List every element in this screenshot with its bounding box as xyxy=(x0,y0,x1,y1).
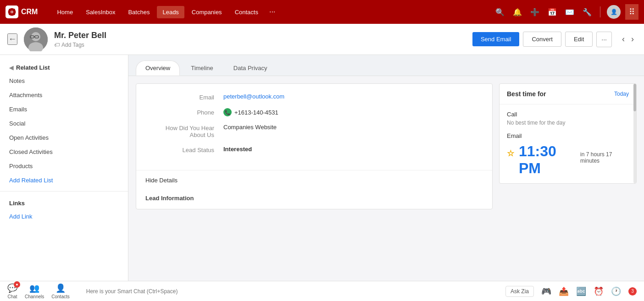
panel-title: Best time for xyxy=(507,90,546,98)
nav-right-tools: 🔍 🔔 ➕ 📅 ✉️ 🔧 👤 ⠿ xyxy=(494,4,638,20)
record-header: ← Mr. Peter Bell 🏷 Add Tags Send Email C… xyxy=(0,24,644,55)
contact-name: Mr. Peter Bell xyxy=(54,31,472,40)
email-section: Email ☆ 11:30 PM in 7 hours 17 minutes xyxy=(507,132,629,177)
smart-chat-input[interactable] xyxy=(86,288,489,295)
bottom-contacts[interactable]: 👤 Contacts xyxy=(51,283,69,299)
bottom-channels[interactable]: 👥 Channels xyxy=(25,283,44,299)
sidebar-item-attachments[interactable]: Attachments xyxy=(0,88,128,102)
sidebar-collapse-icon[interactable]: ◀ xyxy=(9,65,13,71)
sidebar-item-notes[interactable]: Notes xyxy=(0,74,128,88)
tools-icon[interactable]: 🔧 xyxy=(581,6,594,18)
notification-count-badge: 3 xyxy=(628,287,637,296)
tab-timeline[interactable]: Timeline xyxy=(182,61,222,75)
app-name: CRM xyxy=(21,8,38,16)
bell-icon[interactable]: 🔔 xyxy=(511,6,524,18)
nav-more[interactable]: ··· xyxy=(266,5,279,19)
sidebar-item-emails[interactable]: Emails xyxy=(0,102,128,116)
grid-menu-button[interactable]: ⠿ xyxy=(625,4,638,20)
hide-details-bar[interactable]: Hide Details xyxy=(136,170,492,190)
user-avatar[interactable]: 👤 xyxy=(607,5,621,19)
call-sub-text: No best time for the day xyxy=(507,120,629,126)
sidebar-item-products[interactable]: Products xyxy=(0,159,128,173)
email-value[interactable]: peterbell@outlook.com xyxy=(223,93,284,100)
how-heard-label: How Did You Hear About Us xyxy=(150,125,223,138)
convert-button[interactable]: Convert xyxy=(523,32,561,47)
how-heard-field-row: How Did You Hear About Us Companies Webs… xyxy=(150,124,478,138)
nav-contacts[interactable]: Contacts xyxy=(229,6,264,18)
sidebar: ◀ Related List Notes Attachments Emails … xyxy=(0,55,128,301)
phone-value: 📞 +1613-140-4531 xyxy=(223,108,278,116)
content-area: Overview Timeline Data Privacy Email pet… xyxy=(128,55,644,301)
lead-status-value: Interested xyxy=(223,146,252,153)
nav-leads[interactable]: Leads xyxy=(157,6,184,18)
call-section: Call No best time for the day xyxy=(507,111,629,126)
sidebar-item-open-activities[interactable]: Open Activities xyxy=(0,131,128,145)
lead-status-label: Lead Status xyxy=(150,147,223,153)
phone-field-row: Phone 📞 +1613-140-4531 xyxy=(150,108,478,116)
tab-overview[interactable]: Overview xyxy=(136,60,180,76)
back-button[interactable]: ← xyxy=(7,33,17,45)
clock-icon[interactable]: ⏰ xyxy=(594,286,604,296)
next-record-button[interactable]: › xyxy=(628,33,637,45)
content-panels: Email peterbell@outlook.com Phone 📞 +161… xyxy=(128,76,644,217)
chat-icon: 💬 ● xyxy=(7,283,17,293)
svg-point-1 xyxy=(31,32,40,41)
star-icon: ☆ xyxy=(507,148,514,159)
bottom-chat[interactable]: 💬 ● Chat xyxy=(7,283,17,299)
calendar-icon[interactable]: 📅 xyxy=(546,6,559,18)
lead-info-title: Lead Information xyxy=(136,190,492,209)
ask-zia-button[interactable]: Ask Zia xyxy=(505,286,534,297)
channels-icon: 👥 xyxy=(29,283,39,293)
tab-data-privacy[interactable]: Data Privacy xyxy=(224,61,277,75)
send-email-button[interactable]: Send Email xyxy=(472,32,519,46)
search-icon[interactable]: 🔍 xyxy=(494,6,506,18)
logo-area: CRM xyxy=(6,5,45,18)
gamepad-icon[interactable]: 🎮 xyxy=(541,286,551,296)
panel-content: Call No best time for the day Email ☆ 11… xyxy=(500,104,636,183)
email-field-row: Email peterbell@outlook.com xyxy=(150,93,478,101)
today-link[interactable]: Today xyxy=(614,91,629,97)
nav-companies[interactable]: Companies xyxy=(186,6,228,18)
scrollbar-thumb[interactable] xyxy=(633,84,636,111)
best-time-panel: Best time for Today Call No best time fo… xyxy=(499,83,637,184)
sidebar-links-section-title: Links xyxy=(0,195,128,209)
bottom-bar: 💬 ● Chat 👥 Channels 👤 Contacts Ask Zia 🎮… xyxy=(0,281,644,301)
tag-icon: 🏷 xyxy=(54,42,60,48)
nav-divider xyxy=(600,6,600,17)
phone-icon: 📞 xyxy=(223,108,232,116)
upload-icon[interactable]: 📤 xyxy=(559,286,569,296)
contact-fields: Email peterbell@outlook.com Phone 📞 +161… xyxy=(136,84,492,170)
crm-logo-icon xyxy=(6,5,18,18)
add-tags-button[interactable]: 🏷 Add Tags xyxy=(54,42,472,48)
lead-status-field-row: Lead Status Interested xyxy=(150,146,478,153)
record-nav-arrows: ‹ › xyxy=(619,33,637,45)
sidebar-add-link[interactable]: Add Link xyxy=(0,209,128,224)
plus-icon[interactable]: ➕ xyxy=(528,6,541,18)
top-navigation: CRM Home SalesInbox Batches Leads Compan… xyxy=(0,0,644,24)
phone-label: Phone xyxy=(150,109,223,116)
edit-button[interactable]: Edit xyxy=(565,32,593,47)
nav-salesinbox[interactable]: SalesInbox xyxy=(80,6,121,18)
translate-icon[interactable]: 🔤 xyxy=(576,286,586,296)
mail-icon[interactable]: ✉️ xyxy=(563,6,576,18)
scrollbar-track xyxy=(633,84,636,183)
nav-batches[interactable]: Batches xyxy=(122,6,155,18)
main-info-card: Email peterbell@outlook.com Phone 📞 +161… xyxy=(136,83,493,209)
best-time-suffix: in 7 hours 17 minutes xyxy=(580,151,629,164)
main-layout: ◀ Related List Notes Attachments Emails … xyxy=(0,55,644,301)
chat-badge: ● xyxy=(14,281,20,288)
more-options-button[interactable]: ··· xyxy=(596,32,612,47)
nav-home[interactable]: Home xyxy=(51,6,78,18)
email-label: Email xyxy=(150,94,223,101)
contact-info-block: Mr. Peter Bell 🏷 Add Tags xyxy=(54,31,472,48)
sidebar-item-add-related-list[interactable]: Add Related List xyxy=(0,173,128,187)
sidebar-item-social[interactable]: Social xyxy=(0,116,128,131)
header-action-buttons: Send Email Convert Edit ··· ‹ › xyxy=(472,32,637,47)
sidebar-item-closed-activities[interactable]: Closed Activities xyxy=(0,145,128,159)
contacts-icon: 👤 xyxy=(56,283,66,293)
history-icon[interactable]: 🕐 xyxy=(611,286,621,296)
previous-record-button[interactable]: ‹ xyxy=(619,33,627,45)
how-heard-value: Companies Website xyxy=(223,124,277,131)
call-label: Call xyxy=(507,111,629,118)
panel-header: Best time for Today xyxy=(500,84,636,104)
